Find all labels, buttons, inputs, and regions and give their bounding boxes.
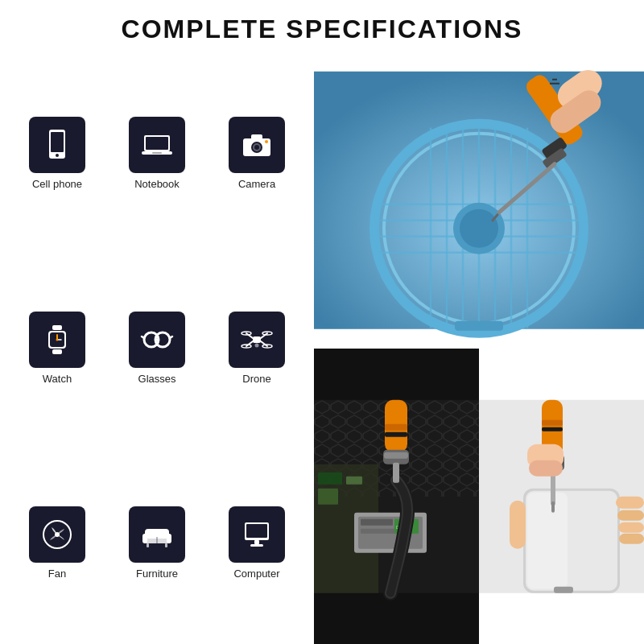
svg-line-27 <box>261 333 267 338</box>
glasses-icon <box>140 323 174 357</box>
icon-cell-glasses: Glasses <box>108 251 206 444</box>
svg-rect-47 <box>250 544 263 547</box>
icon-cell-fan: Fan <box>8 447 106 640</box>
fan-repair-photo-container <box>314 52 644 349</box>
svg-rect-73 <box>455 321 503 331</box>
notebook-icon-wrapper <box>129 117 185 173</box>
cell-phone-label: Cell phone <box>32 178 82 190</box>
svg-rect-13 <box>52 325 62 330</box>
svg-rect-45 <box>246 524 267 538</box>
computer-repair-svg: DRIVE <box>314 349 479 645</box>
notebook-label: Notebook <box>134 178 180 190</box>
svg-rect-100 <box>617 510 644 520</box>
svg-rect-80 <box>346 476 362 484</box>
svg-point-19 <box>56 338 59 341</box>
drone-label: Drone <box>242 373 270 385</box>
svg-rect-97 <box>527 492 568 588</box>
svg-rect-14 <box>52 349 62 354</box>
svg-line-23 <box>142 336 144 338</box>
icon-cell-furniture: Furniture <box>108 447 206 640</box>
glasses-label: Glasses <box>138 373 176 385</box>
svg-rect-83 <box>361 518 393 525</box>
camera-icon <box>240 128 274 162</box>
fan-label: Fan <box>48 568 66 580</box>
svg-point-2 <box>56 154 59 157</box>
fan-icon <box>40 518 74 551</box>
svg-rect-92 <box>393 462 399 482</box>
svg-point-11 <box>254 145 259 150</box>
cell-phone-icon <box>40 128 74 162</box>
phone-repair-svg <box>479 349 644 645</box>
svg-rect-105 <box>542 419 563 425</box>
svg-rect-101 <box>618 522 644 532</box>
svg-rect-8 <box>251 134 262 140</box>
svg-point-34 <box>255 343 259 347</box>
svg-rect-88 <box>385 423 407 430</box>
svg-rect-106 <box>542 427 563 431</box>
icon-cell-computer: Computer <box>208 447 306 640</box>
camera-label: Camera <box>238 178 275 190</box>
svg-rect-98 <box>554 586 573 592</box>
svg-rect-1 <box>51 132 64 152</box>
svg-rect-4 <box>146 137 168 150</box>
furniture-icon <box>140 518 174 551</box>
svg-rect-46 <box>254 540 259 544</box>
svg-rect-91 <box>384 452 408 458</box>
svg-rect-99 <box>616 496 644 508</box>
page-title: COMPLETE SPECIFICATIONS <box>0 14 644 44</box>
svg-rect-78 <box>318 472 342 484</box>
furniture-label: Furniture <box>136 568 178 580</box>
computer-label: Computer <box>233 568 279 580</box>
cell-phone-icon-wrapper <box>29 117 85 173</box>
svg-line-26 <box>246 333 253 338</box>
icon-cell-watch: Watch <box>8 251 106 444</box>
notebook-icon <box>140 128 174 162</box>
svg-rect-39 <box>142 534 147 543</box>
photos-area: DRIVE <box>314 52 644 644</box>
watch-icon <box>40 323 74 357</box>
svg-point-12 <box>265 140 268 143</box>
computer-repair-photo: DRIVE <box>314 349 479 645</box>
svg-line-24 <box>170 336 172 338</box>
svg-rect-79 <box>318 488 338 504</box>
svg-rect-42 <box>165 543 167 547</box>
svg-rect-103 <box>510 500 526 548</box>
watch-label: Watch <box>43 373 72 385</box>
svg-rect-89 <box>385 431 407 436</box>
icon-cell-phone: Cell phone <box>8 56 106 250</box>
phone-repair-photo <box>479 349 644 645</box>
camera-icon-wrapper <box>229 117 285 173</box>
page-header: COMPLETE SPECIFICATIONS <box>0 0 644 52</box>
svg-rect-102 <box>619 533 644 543</box>
computer-icon <box>240 518 274 551</box>
icon-grid: Cell phone Notebook <box>0 52 314 644</box>
svg-rect-41 <box>147 543 149 547</box>
fan-repair-photo <box>314 52 644 349</box>
watch-icon-wrapper <box>29 312 85 368</box>
svg-point-36 <box>55 532 60 537</box>
computer-icon-wrapper <box>229 506 285 563</box>
drone-icon <box>240 323 274 357</box>
furniture-icon-wrapper <box>129 506 185 563</box>
icon-cell-drone: Drone <box>208 251 306 444</box>
icon-cell-camera: Camera <box>208 56 306 250</box>
fan-icon-wrapper <box>29 506 85 563</box>
page-container: COMPLETE SPECIFICATIONS Cell phone <box>0 0 644 644</box>
svg-line-28 <box>246 341 253 346</box>
drone-icon-wrapper <box>229 312 285 368</box>
svg-rect-6 <box>152 152 162 154</box>
content-area: Cell phone Notebook <box>0 52 644 644</box>
svg-rect-25 <box>253 336 261 343</box>
svg-rect-40 <box>167 534 171 543</box>
svg-point-63 <box>460 209 498 248</box>
icon-cell-notebook: Notebook <box>108 56 206 250</box>
glasses-icon-wrapper <box>129 312 185 368</box>
svg-rect-113 <box>529 460 563 476</box>
photos-bottom: DRIVE <box>314 349 644 645</box>
fan-repair-svg <box>314 52 644 349</box>
